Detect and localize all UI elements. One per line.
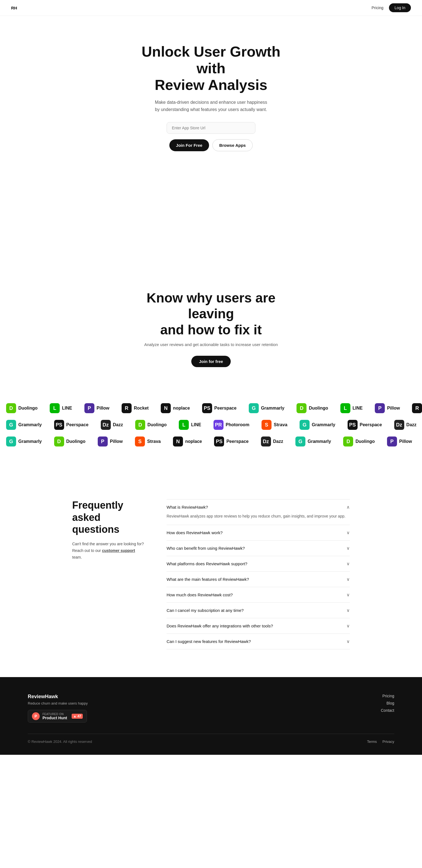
faq-chevron-icon: ∨: [346, 639, 350, 644]
app-name: Grammarly: [18, 422, 42, 427]
hero-subtext: Make data-driven decisions and enhance u…: [153, 99, 269, 113]
faq-item: What platforms does ReviewHawk support? …: [167, 556, 350, 571]
faq-support-text: Can't find the answer you are looking fo…: [72, 541, 144, 561]
app-chip: PS Peerspace: [196, 400, 243, 416]
faq-item: What are the main features of ReviewHawk…: [167, 571, 350, 587]
faq-question[interactable]: What are the main features of ReviewHawk…: [167, 577, 350, 582]
app-name: Peerspace: [360, 422, 382, 427]
faq-chevron-icon: ∨: [346, 623, 350, 628]
app-chip: D Duolingo: [129, 417, 173, 433]
app-chip: Dz Dazz: [388, 417, 422, 433]
faq-answer: ReviewHawk analyzes app store reviews to…: [167, 513, 350, 520]
app-chip: S Strava: [418, 434, 422, 449]
know-why-subtext: Analyze user reviews and get actionable …: [144, 342, 278, 347]
footer-link[interactable]: Pricing: [381, 694, 394, 698]
know-why-join-button[interactable]: Join for free: [191, 356, 231, 367]
app-icon: Dz: [101, 420, 111, 430]
app-name: Strava: [274, 422, 288, 427]
faq-section: Frequently asked questions Can't find th…: [0, 466, 422, 677]
faq-question[interactable]: What platforms does ReviewHawk support? …: [167, 561, 350, 566]
app-icon: N: [173, 436, 183, 446]
app-icon: G: [300, 420, 309, 430]
app-icon: PR: [213, 420, 223, 430]
faq-question[interactable]: How does ReviewHawk work? ∨: [167, 530, 350, 535]
app-icon: D: [135, 420, 145, 430]
app-icon: PS: [348, 420, 358, 430]
footer-legal-link[interactable]: Privacy: [382, 740, 394, 744]
nav-right: Pricing Log In: [371, 3, 411, 12]
footer-brand-name: ReviewHawk: [28, 694, 88, 700]
faq-question-text: Does ReviewHawk offer any integrations w…: [167, 623, 273, 628]
app-icon: S: [262, 420, 272, 430]
faq-item: Can I suggest new features for ReviewHaw…: [167, 633, 350, 649]
product-hunt-votes: ▲ 47: [72, 714, 83, 719]
app-icon: P: [98, 436, 108, 446]
app-chip: R Rocket: [406, 400, 422, 416]
app-chip: D Duolingo: [48, 434, 92, 449]
hero-buttons: Join For Free Browse Apps: [169, 139, 253, 151]
product-hunt-badge[interactable]: P FEATURED ON Product Hunt ▲ 47: [28, 710, 87, 722]
faq-question[interactable]: Can I cancel my subscription at any time…: [167, 608, 350, 613]
app-icon: R: [412, 403, 422, 413]
footer-copyright: © ReviewHawk 2024. All rights reserved: [28, 740, 92, 744]
faq-question[interactable]: Can I suggest new features for ReviewHaw…: [167, 639, 350, 644]
app-chip: P Pillow: [369, 400, 406, 416]
app-icon: G: [249, 403, 259, 413]
faq-question[interactable]: Does ReviewHawk offer any integrations w…: [167, 623, 350, 628]
app-name: Peerspace: [66, 422, 89, 427]
app-chip: N noplace: [167, 434, 208, 449]
nav-pricing-link[interactable]: Pricing: [371, 5, 384, 10]
footer-legal-link[interactable]: Terms: [367, 740, 377, 744]
app-chip: D Duolingo: [291, 400, 334, 416]
app-chip: D Duolingo: [0, 400, 43, 416]
faq-question[interactable]: Who can benefit from using ReviewHawk? ∨: [167, 546, 350, 551]
app-chip: L LINE: [334, 400, 369, 416]
app-icon: G: [295, 436, 305, 446]
faq-customer-support-link[interactable]: customer support: [102, 548, 135, 553]
faq-question-text: What platforms does ReviewHawk support?: [167, 561, 247, 566]
faq-chevron-icon: ∨: [346, 546, 350, 551]
faq-question-text: What is ReviewHawk?: [167, 505, 208, 509]
faq-chevron-icon: ∨: [346, 592, 350, 597]
app-name: noplace: [173, 406, 190, 411]
app-chip: PS Peerspace: [341, 417, 388, 433]
app-store-url-input[interactable]: [167, 122, 255, 134]
app-icon: D: [343, 436, 353, 446]
app-name: LINE: [191, 422, 201, 427]
faq-left-panel: Frequently asked questions Can't find th…: [72, 499, 144, 561]
app-name: Pillow: [110, 439, 123, 444]
faq-item: How much does ReviewHawk cost? ∨: [167, 587, 350, 602]
app-icon: R: [122, 403, 131, 413]
app-chip: L LINE: [173, 417, 207, 433]
app-name: Peerspace: [226, 439, 248, 444]
app-name: LINE: [353, 406, 363, 411]
nav-login-button[interactable]: Log In: [389, 3, 411, 12]
app-name: Dazz: [273, 439, 283, 444]
app-icon: Dz: [394, 420, 404, 430]
faq-question[interactable]: What is ReviewHawk? ∧: [167, 504, 350, 510]
app-icon: G: [6, 436, 16, 446]
browse-apps-button[interactable]: Browse Apps: [212, 139, 253, 151]
app-icon: P: [387, 436, 397, 446]
join-free-button[interactable]: Join For Free: [169, 139, 209, 151]
app-chip: Dz Dazz: [95, 417, 129, 433]
app-chip: P Pillow: [381, 434, 418, 449]
app-name: Pillow: [387, 406, 400, 411]
app-name: Duolingo: [66, 439, 86, 444]
app-name: Peerspace: [214, 406, 237, 411]
faq-question-text: Can I suggest new features for ReviewHaw…: [167, 639, 251, 644]
footer-link[interactable]: Contact: [381, 708, 394, 713]
app-chip: N noplace: [155, 400, 196, 416]
app-chip: Dz Dazz: [255, 434, 289, 449]
faq-question[interactable]: How much does ReviewHawk cost? ∨: [167, 592, 350, 597]
hero-headline: Unlock User Growth with Review Analysis: [128, 43, 294, 93]
app-icon: N: [161, 403, 171, 413]
app-chip: L LINE: [43, 400, 78, 416]
product-hunt-name: Product Hunt: [42, 716, 67, 720]
footer-link[interactable]: Blog: [381, 701, 394, 705]
footer-brand-tagline: Reduce churn and make users happy: [28, 701, 88, 705]
know-why-section: Know why users are leaving and how to fi…: [0, 257, 422, 401]
app-chip: P Pillow: [92, 434, 129, 449]
faq-chevron-icon: ∧: [346, 504, 350, 510]
footer-links: PricingBlogContact: [381, 694, 394, 713]
